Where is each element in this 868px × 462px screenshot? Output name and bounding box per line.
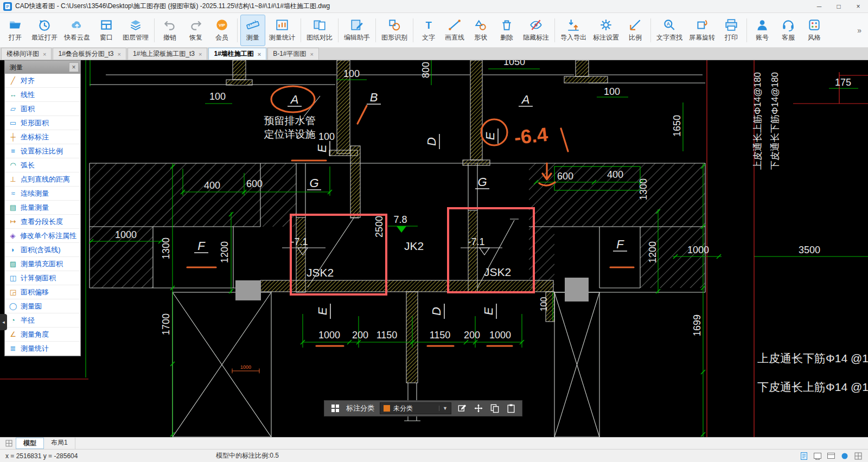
measure-tool-label: 点到直线的距离 <box>21 175 70 184</box>
maximize-button[interactable]: □ <box>829 0 848 12</box>
measure-tool-ptline[interactable]: ⊥点到直线的距离 <box>5 172 80 187</box>
drawing-tab[interactable]: B-1#平面图× <box>267 48 319 60</box>
canvas-text: -6.4 <box>513 123 549 149</box>
linear-icon: ↔ <box>9 91 17 99</box>
toolbar-button-style[interactable]: 风格 <box>802 15 827 46</box>
drawing-tab[interactable]: 1#墙柱施工图× <box>208 48 266 60</box>
toolbar-button-shapes[interactable]: 形状 <box>468 15 493 46</box>
minimize-button[interactable]: ─ <box>809 0 829 12</box>
toolbar-button-cloud[interactable]: 快看云盘 <box>61 15 93 46</box>
measure-tool-coord[interactable]: ┼坐标标注 <box>5 130 80 144</box>
measure-tool-radius[interactable]: ◔半径 <box>5 313 80 328</box>
toolbar-button-mstats[interactable]: 测量统计 <box>266 15 298 46</box>
measure-tool-scaleset[interactable]: ≡设置标注比例 <box>5 144 80 158</box>
toolbar-button-line[interactable]: 画直线 <box>442 15 467 46</box>
paste-annotation-icon[interactable] <box>506 403 516 414</box>
measure-tool-offset[interactable]: ◲面积偏移 <box>5 285 80 299</box>
measure-tool-modify[interactable]: ◈修改单个标注属性 <box>5 229 80 243</box>
measure-tool-align[interactable]: ╱对齐 <box>5 74 80 88</box>
canvas-text: 100 <box>604 86 620 97</box>
tab-close-icon[interactable]: × <box>199 51 202 57</box>
measure-tool-rectarea[interactable]: ▭矩形面积 <box>5 116 80 130</box>
toolbar-button-hideann[interactable]: 隐藏标注 <box>520 15 552 46</box>
tab-close-icon[interactable]: × <box>310 51 314 57</box>
toolbar-button-del[interactable]: 删除 <box>494 15 519 46</box>
toolbar-button-label: 客服 <box>782 33 795 42</box>
toolbar-button-window[interactable]: 窗口 <box>94 15 119 46</box>
measure-tool-linear[interactable]: ↔线性 <box>5 88 80 102</box>
panel-close-icon[interactable]: × <box>69 62 79 72</box>
toolbar-button-layers[interactable]: 图层管理 <box>120 15 151 46</box>
sheet-grid-icon[interactable] <box>5 440 12 447</box>
close-button[interactable]: × <box>848 0 868 12</box>
drawing-tab[interactable]: 1#地上梁板施工图_t3× <box>127 48 207 60</box>
toolbar-button-label: 恢复 <box>189 33 202 42</box>
toolbar-button-recent[interactable]: 最近打开 <box>29 15 60 46</box>
panel-collapse-handle[interactable]: ◂ <box>0 314 7 330</box>
grid-view-icon[interactable] <box>854 452 863 460</box>
cad-drawing[interactable]: 10010080010501001650175ABDEAEGGFFEDE预留排水… <box>0 60 868 437</box>
toolbar-button-account[interactable]: 账号 <box>750 15 775 46</box>
drawing-tab-label: 1#地上梁板施工图_t3 <box>133 49 195 59</box>
copy-annotation-icon[interactable] <box>489 403 500 414</box>
move-annotation-icon[interactable] <box>473 403 484 414</box>
tab-close-icon[interactable]: × <box>258 51 261 57</box>
category-dropdown[interactable]: 未分类 ▼ <box>380 402 451 414</box>
canvas-text: F <box>616 238 624 251</box>
cloud-icon <box>70 18 84 32</box>
toolbar-button-label: 测量统计 <box>269 33 295 42</box>
measure-tool-angle[interactable]: ∠测量角度 <box>5 328 80 342</box>
drawing-canvas-area[interactable]: 10010080010501001650175ABDEAEGGFFEDE预留排水… <box>0 60 868 437</box>
tab-close-icon[interactable]: × <box>43 51 46 57</box>
canvas-text: 100 <box>539 297 548 312</box>
measure-tool-cont[interactable]: ≈连续测量 <box>5 187 80 201</box>
toolbar-button-print[interactable]: 打印 <box>719 15 744 46</box>
canvas-text: 800 <box>420 62 431 78</box>
dropdown-caret-icon: ▼ <box>439 406 448 411</box>
toolbar-button-redo[interactable]: 恢复 <box>183 15 208 46</box>
toolbar-button-impexp[interactable]: 导入导出 <box>558 15 589 46</box>
measure-tool-arc[interactable]: ◠弧长 <box>5 158 80 172</box>
edit-annotation-icon[interactable] <box>457 403 468 414</box>
measure-tool-seg[interactable]: ↦查看分段长度 <box>5 215 80 229</box>
hand-slash <box>358 106 367 124</box>
toolbar-button-compare[interactable]: 图纸对比 <box>304 15 335 46</box>
toolbar-button-findtext[interactable]: A文字查找 <box>654 15 685 46</box>
annotation-doc-icon[interactable] <box>800 452 808 460</box>
toolbar-button-rotate[interactable]: 屏幕旋转 <box>686 15 718 46</box>
page-display-icon[interactable] <box>813 452 822 460</box>
toolbar-button-gear[interactable]: 标注设置 <box>590 15 622 46</box>
modify-icon: ◈ <box>9 232 17 240</box>
theme-dot-icon[interactable] <box>840 452 849 460</box>
measure-tool-stats[interactable]: ≣测量统计 <box>5 342 80 356</box>
measure-tool-batch[interactable]: ▤批量测量 <box>5 201 80 215</box>
toolbar-button-service[interactable]: 客服 <box>776 15 801 46</box>
toolbar-button-vip[interactable]: VIP会员 <box>209 15 234 46</box>
drawing-tab[interactable]: 1#叠合板拆分图_t3× <box>53 48 126 60</box>
layout-tab-model[interactable]: 模型 <box>16 438 44 449</box>
toolbar-button-undo[interactable]: 撤销 <box>157 15 182 46</box>
toolbar-button-recog[interactable]: 图形识别 <box>379 15 410 46</box>
tab-close-icon[interactable]: × <box>117 51 120 57</box>
toolbar-overflow-chevron[interactable]: » <box>853 26 866 35</box>
drawing-tab[interactable]: 楼梯间详图× <box>1 48 52 60</box>
titlebar: CAD快速看图 - C:\Users\13546\Desktop\施工图存图 (… <box>0 0 868 13</box>
canvas-text: 1000 <box>687 245 709 255</box>
canvas-text: 3500 <box>799 245 820 255</box>
measure-tool-circle[interactable]: ◯测量圆 <box>5 299 80 313</box>
measure-tool-area[interactable]: ▱面积 <box>5 102 80 116</box>
structure-lines <box>90 75 705 437</box>
measure-tool-fillarea[interactable]: ▨测量填充面积 <box>5 257 80 271</box>
toolbar-button-text[interactable]: T文字 <box>416 15 441 46</box>
measure-panel-header[interactable]: 测量 × <box>5 61 80 74</box>
toolbar-button-open[interactable]: 打开 <box>3 15 28 46</box>
cursor-coordinates: x = 2516831 y = -285604 <box>5 452 78 460</box>
window-layout-icon[interactable] <box>827 452 835 460</box>
category-grid-icon <box>330 403 341 414</box>
measure-tool-sidearea[interactable]: ◫计算侧面积 <box>5 271 80 285</box>
toolbar-button-scale[interactable]: 比例 <box>623 15 648 46</box>
toolbar-button-measure[interactable]: 测量 <box>240 15 265 46</box>
layout-tab-layout[interactable]: 布局1 <box>44 438 75 449</box>
measure-tool-areaarc[interactable]: ◗面积(含弧线) <box>5 243 80 257</box>
toolbar-button-edith[interactable]: 编辑助手 <box>341 15 373 46</box>
